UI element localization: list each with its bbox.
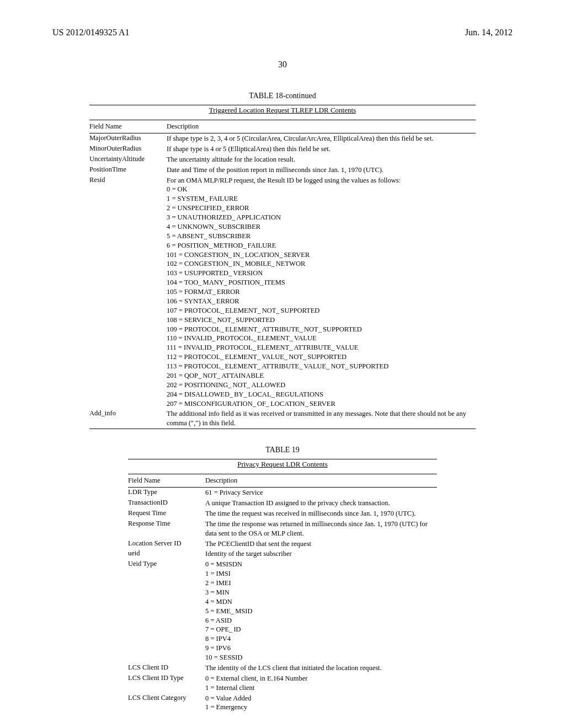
field-name-cell: LCS Client ID bbox=[128, 663, 205, 673]
field-name-cell: Request Time bbox=[128, 508, 205, 519]
field-name-cell: ueid bbox=[128, 549, 205, 559]
table-row: LCS Client IDThe identity of the LCS cli… bbox=[128, 663, 437, 673]
description-cell: Identity of the target subscriber bbox=[205, 549, 437, 559]
description-cell: 0 = External client, in E.164 Number1 = … bbox=[205, 673, 437, 693]
table18-col1: Field Name bbox=[89, 120, 167, 133]
description-cell: 61 = Privacy Service bbox=[205, 488, 437, 498]
field-name-cell: Resid bbox=[89, 175, 167, 409]
description-cell: If shape type is 4 or 5 (EllipticalArea)… bbox=[167, 144, 476, 154]
field-name-cell: LDR Type bbox=[128, 488, 205, 498]
table19-subtitle: Privacy Request LDR Contents bbox=[128, 460, 437, 469]
field-name-cell: MajorOuterRadius bbox=[89, 133, 167, 144]
table-row: Response TimeThe time the response was r… bbox=[128, 519, 437, 539]
page-number: 30 bbox=[52, 60, 513, 69]
table-row: Ueid Type0 = MSISDN1 = IMSI2 = IMEI3 = M… bbox=[128, 559, 437, 663]
publication-number: US 2012/0149325 A1 bbox=[52, 28, 130, 38]
table-row: TransactionIDA unique Transaction ID ass… bbox=[128, 498, 437, 508]
description-cell: The identity of the LCS client that init… bbox=[205, 663, 437, 673]
field-name-cell: UncertaintyAltitude bbox=[89, 154, 167, 165]
description-cell: Date and Time of the position report in … bbox=[167, 165, 476, 175]
description-cell: The uncertainty altitude for the locatio… bbox=[167, 154, 476, 165]
table18: Triggered Location Request TLREP LDR Con… bbox=[89, 105, 476, 429]
table19-col2: Description bbox=[205, 474, 437, 488]
description-cell: A unique Transaction ID assigned to the … bbox=[205, 498, 437, 508]
description-cell: If shape type is 2, 3, 4 or 5 (CircularA… bbox=[167, 133, 476, 144]
field-name-cell: Add_info bbox=[89, 409, 167, 429]
page-header: US 2012/0149325 A1 Jun. 14, 2012 bbox=[52, 28, 513, 38]
table-row: UncertaintyAltitudeThe uncertainty altit… bbox=[89, 154, 476, 165]
table18-subtitle: Triggered Location Request TLREP LDR Con… bbox=[89, 106, 476, 115]
table-row: Request TimeThe time the request was rec… bbox=[128, 508, 437, 519]
description-cell: 0 = Value Added1 = Emergency bbox=[205, 693, 437, 713]
description-cell: 0 = MSISDN1 = IMSI2 = IMEI3 = MIN4 = MDN… bbox=[205, 559, 437, 663]
table-row: LCS Client ID Type0 = External client, i… bbox=[128, 673, 437, 693]
field-name-cell: PositionTime bbox=[89, 165, 167, 175]
field-name-cell: MinorOuterRadius bbox=[89, 144, 167, 154]
table19-col1: Field Name bbox=[128, 474, 205, 488]
table19-title: TABLE 19 bbox=[52, 446, 513, 454]
table-row: ueidIdentity of the target subscriber bbox=[128, 549, 437, 559]
field-name-cell: LCS Client ID Type bbox=[128, 673, 205, 693]
table-row: PositionTimeDate and Time of the positio… bbox=[89, 165, 476, 175]
publication-date: Jun. 14, 2012 bbox=[465, 28, 513, 38]
table-row: MajorOuterRadiusIf shape type is 2, 3, 4… bbox=[89, 133, 476, 144]
field-name-cell: LCS Client Category bbox=[128, 693, 205, 713]
field-name-cell: Ueid Type bbox=[128, 559, 205, 663]
field-name-cell: TransactionID bbox=[128, 498, 205, 508]
table-row: LDR Type61 = Privacy Service bbox=[128, 488, 437, 498]
table19: Privacy Request LDR Contents Field Name … bbox=[128, 459, 437, 713]
table-row: MinorOuterRadiusIf shape type is 4 or 5 … bbox=[89, 144, 476, 154]
description-cell: The time the request was received in mil… bbox=[205, 508, 437, 519]
table-row: Location Server IDThe PCEClientID that s… bbox=[128, 539, 437, 549]
table18-title: TABLE 18-continued bbox=[52, 92, 513, 100]
field-name-cell: Response Time bbox=[128, 519, 205, 539]
table-row: ResidFor an OMA MLP/RLP request, the Res… bbox=[89, 175, 476, 409]
table18-col2: Description bbox=[167, 120, 476, 133]
description-cell: The time the response was returned in mi… bbox=[205, 519, 437, 539]
table-row: LCS Client Category0 = Value Added1 = Em… bbox=[128, 693, 437, 713]
description-cell: The PCEClientID that sent the request bbox=[205, 539, 437, 549]
table-row: Add_infoThe additional info field as it … bbox=[89, 409, 476, 429]
description-cell: The additional info field as it was rece… bbox=[167, 409, 476, 429]
field-name-cell: Location Server ID bbox=[128, 539, 205, 549]
description-cell: For an OMA MLP/RLP request, the Result I… bbox=[167, 175, 476, 409]
